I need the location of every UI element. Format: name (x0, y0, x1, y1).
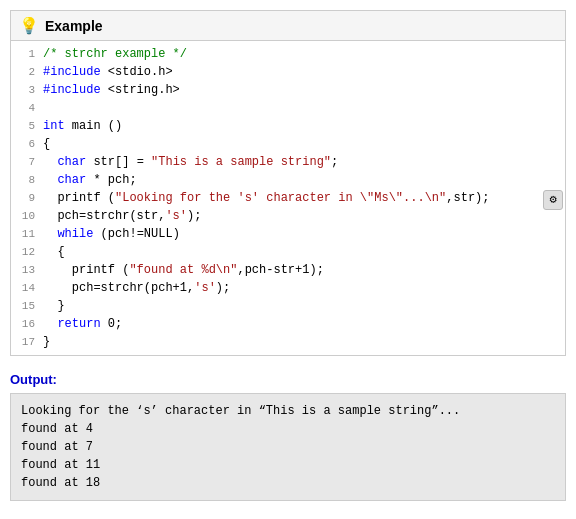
code-text: while (pch!=NULL) (43, 225, 180, 243)
code-text: pch=strchr(str,'s'); (43, 207, 201, 225)
line-number: 8 (13, 171, 35, 189)
bulb-icon: 💡 (19, 16, 39, 35)
gear-icon[interactable]: ⚙ (543, 190, 563, 210)
line-number: 4 (13, 99, 35, 117)
code-block: 1 /* strchr example */ 2 #include <stdio… (11, 41, 565, 355)
line-number: 7 (13, 153, 35, 171)
code-line: 6 { (11, 135, 565, 153)
code-text: printf ("found at %d\n",pch-str+1); (43, 261, 324, 279)
code-line: 9 printf ("Looking for the 's' character… (11, 189, 565, 207)
line-number: 13 (13, 261, 35, 279)
output-line: found at 18 (21, 474, 555, 492)
code-text: char str[] = "This is a sample string"; (43, 153, 338, 171)
code-text: } (43, 333, 50, 351)
code-text: { (43, 243, 65, 261)
code-line: 13 printf ("found at %d\n",pch-str+1); (11, 261, 565, 279)
code-text: return 0; (43, 315, 122, 333)
code-line: 4 (11, 99, 565, 117)
line-number: 3 (13, 81, 35, 99)
code-text: pch=strchr(pch+1,'s'); (43, 279, 230, 297)
code-line: 2 #include <stdio.h> (11, 63, 565, 81)
line-number: 14 (13, 279, 35, 297)
code-line: 15 } (11, 297, 565, 315)
code-line: 8 char * pch; (11, 171, 565, 189)
code-text: char * pch; (43, 171, 137, 189)
output-line: Looking for the ‘s’ character in “This i… (21, 402, 555, 420)
line-number: 2 (13, 63, 35, 81)
code-text: #include <string.h> (43, 81, 180, 99)
line-number: 6 (13, 135, 35, 153)
output-line: found at 4 (21, 420, 555, 438)
code-text: /* strchr example */ (43, 45, 187, 63)
line-number: 10 (13, 207, 35, 225)
code-line: 7 char str[] = "This is a sample string"… (11, 153, 565, 171)
code-line: 12 { (11, 243, 565, 261)
code-text: int main () (43, 117, 122, 135)
line-number: 17 (13, 333, 35, 351)
code-text: { (43, 135, 50, 153)
code-line: 10 pch=strchr(str,'s'); (11, 207, 565, 225)
line-number: 15 (13, 297, 35, 315)
output-line: found at 11 (21, 456, 555, 474)
code-text: printf ("Looking for the 's' character i… (43, 189, 490, 207)
code-line: 1 /* strchr example */ (11, 45, 565, 63)
output-label: Output: (10, 372, 566, 387)
line-number: 5 (13, 117, 35, 135)
line-number: 12 (13, 243, 35, 261)
code-text: #include <stdio.h> (43, 63, 173, 81)
code-text: } (43, 297, 65, 315)
output-box: Looking for the ‘s’ character in “This i… (10, 393, 566, 501)
code-line: 16 return 0; (11, 315, 565, 333)
code-line: 14 pch=strchr(pch+1,'s'); (11, 279, 565, 297)
line-number: 11 (13, 225, 35, 243)
line-number: 1 (13, 45, 35, 63)
code-line: 3 #include <string.h> (11, 81, 565, 99)
example-title: Example (45, 18, 103, 34)
code-line: 17 } (11, 333, 565, 351)
code-line: 11 while (pch!=NULL) (11, 225, 565, 243)
example-section: 💡 Example 1 /* strchr example */ 2 #incl… (10, 10, 566, 356)
example-header: 💡 Example (11, 11, 565, 41)
line-number: 9 (13, 189, 35, 207)
output-line: found at 7 (21, 438, 555, 456)
output-section: Output: Looking for the ‘s’ character in… (10, 372, 566, 501)
code-line: 5 int main () (11, 117, 565, 135)
line-number: 16 (13, 315, 35, 333)
